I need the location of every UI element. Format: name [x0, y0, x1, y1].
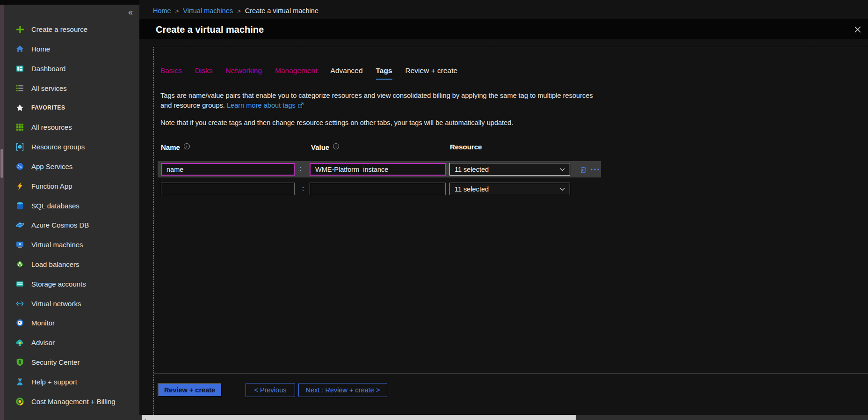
tab-tags[interactable]: Tags	[376, 66, 392, 80]
virtual-networks-icon	[15, 299, 24, 308]
column-header-label: Name	[161, 143, 180, 151]
sidebar-item-all-resources[interactable]: All resources	[4, 118, 139, 137]
column-header-value: Value	[311, 143, 340, 151]
sidebar-item-label: Virtual machines	[31, 241, 83, 249]
sidebar-item-label: Home	[31, 45, 50, 53]
sidebar-item-home[interactable]: Home	[4, 39, 139, 59]
sidebar-section-label: FAVORITES	[31, 104, 65, 111]
sidebar-item-label: Help + support	[31, 378, 77, 386]
sidebar-item-label: SQL databases	[31, 202, 80, 210]
azure-portal-window: « Create a resource Home Dashboard All s…	[0, 0, 868, 420]
more-options-icon[interactable]	[590, 166, 600, 173]
sql-databases-icon	[15, 201, 24, 210]
wizard-tabs: Basics Disks Networking Management Advan…	[160, 66, 457, 80]
sidebar-item-help-support[interactable]: Help + support	[4, 372, 139, 391]
sidebar-item-virtual-machines[interactable]: Virtual machines	[4, 235, 139, 255]
monitor-icon	[15, 318, 24, 327]
tab-basics[interactable]: Basics	[160, 66, 182, 80]
resource-dropdown-1[interactable]: 11 selected	[449, 163, 570, 176]
delete-row-icon[interactable]	[578, 164, 588, 175]
sidebar-item-label: Monitor	[31, 319, 55, 327]
tab-advanced[interactable]: Advanced	[331, 66, 363, 80]
review-create-button[interactable]: Review + create	[158, 383, 222, 397]
sidebar-item-label: Azure Cosmos DB	[31, 221, 89, 229]
all-resources-icon	[15, 123, 24, 132]
column-header-label: Value	[311, 143, 329, 151]
breadcrumb-separator: >	[175, 7, 179, 15]
column-header-resource: Resource	[450, 143, 482, 151]
tag-value-input-2[interactable]	[310, 183, 446, 195]
favorites-divider	[4, 108, 12, 108]
sidebar-item-create-a-resource[interactable]: Create a resource	[4, 20, 139, 39]
next-button[interactable]: Next : Review + create >	[298, 383, 387, 397]
horizontal-scrollbar[interactable]	[139, 415, 868, 420]
breadcrumb: Home > Virtual machines > Create a virtu…	[153, 5, 318, 16]
help-support-icon	[15, 377, 24, 386]
sidebar-item-function-app[interactable]: Function App	[4, 176, 139, 196]
sidebar-item-security-center[interactable]: Security Center	[4, 353, 139, 372]
tag-name-input-1[interactable]	[161, 163, 295, 176]
sidebar-item-virtual-networks[interactable]: Virtual networks	[4, 294, 139, 313]
breadcrumb-separator: >	[237, 7, 241, 15]
sidebar-item-storage-accounts[interactable]: Storage accounts	[4, 274, 139, 294]
virtual-machines-icon	[15, 240, 24, 249]
tag-value-input-1[interactable]	[310, 163, 446, 176]
sidebar-item-azure-cosmos-db[interactable]: Azure Cosmos DB	[4, 215, 139, 235]
name-value-separator: :	[300, 165, 302, 172]
external-link-icon	[297, 102, 304, 111]
name-value-separator: :	[302, 185, 304, 192]
tab-management[interactable]: Management	[275, 66, 317, 80]
sidebar-item-load-balancers[interactable]: Load balancers	[4, 255, 139, 274]
resource-dropdown-value: 11 selected	[455, 185, 489, 193]
scroll-left-arrow-icon	[143, 416, 146, 420]
breadcrumb-virtual-machines[interactable]: Virtual machines	[183, 7, 233, 15]
sidebar-item-advisor[interactable]: Advisor	[4, 333, 139, 353]
sidebar-item-cost-management-billing[interactable]: Cost Management + Billing	[4, 391, 139, 411]
sidebar-item-label: Storage accounts	[31, 280, 86, 288]
footer-divider	[153, 373, 868, 374]
sidebar-item-label: App Services	[31, 162, 72, 170]
previous-button[interactable]: < Previous	[246, 383, 295, 397]
tab-networking[interactable]: Networking	[226, 66, 262, 80]
tab-review-create[interactable]: Review + create	[405, 66, 458, 80]
learn-more-link[interactable]: Learn more about tags	[227, 102, 296, 109]
all-services-icon	[15, 84, 24, 93]
cost-management-icon	[15, 397, 24, 406]
tab-disks[interactable]: Disks	[195, 66, 213, 80]
info-icon[interactable]	[333, 143, 340, 151]
breadcrumb-home[interactable]: Home	[153, 7, 171, 15]
sidebar-item-dashboard[interactable]: Dashboard	[4, 59, 139, 79]
title-bar: Create a virtual machine	[139, 19, 868, 39]
left-edge-strip	[0, 0, 4, 420]
storage-accounts-icon	[15, 280, 24, 288]
star-icon	[15, 103, 24, 112]
sidebar-item-monitor[interactable]: Monitor	[4, 313, 139, 333]
sidebar-collapse-button[interactable]: «	[128, 7, 133, 17]
chevron-down-icon	[559, 166, 565, 173]
sidebar-item-sql-databases[interactable]: SQL databases	[4, 196, 139, 215]
cosmos-db-icon	[15, 221, 24, 229]
app-services-icon	[15, 162, 24, 171]
column-header-name: Name	[161, 143, 190, 151]
create-resource-icon	[15, 25, 24, 34]
horizontal-scrollbar-thumb[interactable]	[142, 415, 576, 420]
tags-description-text: Tags are name/value pairs that enable yo…	[160, 92, 593, 109]
sidebar-item-resource-groups[interactable]: Resource groups	[4, 137, 139, 157]
info-icon[interactable]	[183, 143, 190, 151]
edge-scroll-indicator[interactable]	[0, 149, 3, 178]
favorites-divider	[79, 108, 139, 108]
sidebar-nav: Create a resource Home Dashboard All ser…	[4, 20, 139, 411]
sidebar-item-label: All services	[31, 84, 67, 92]
main-content: Home > Virtual machines > Create a virtu…	[139, 0, 868, 420]
sidebar-item-label: Security Center	[31, 358, 80, 366]
security-center-icon	[15, 358, 24, 367]
close-icon[interactable]	[853, 25, 862, 34]
resource-dropdown-value: 11 selected	[455, 166, 489, 173]
sidebar-item-label: Load balancers	[31, 260, 80, 268]
tag-row-1: : 11 selected	[158, 161, 601, 177]
sidebar-item-all-services[interactable]: All services	[4, 78, 139, 98]
sidebar-item-app-services[interactable]: App Services	[4, 157, 139, 177]
tag-name-input-2[interactable]	[161, 183, 295, 195]
dashboard-icon	[15, 64, 24, 73]
resource-dropdown-2[interactable]: 11 selected	[449, 183, 570, 195]
